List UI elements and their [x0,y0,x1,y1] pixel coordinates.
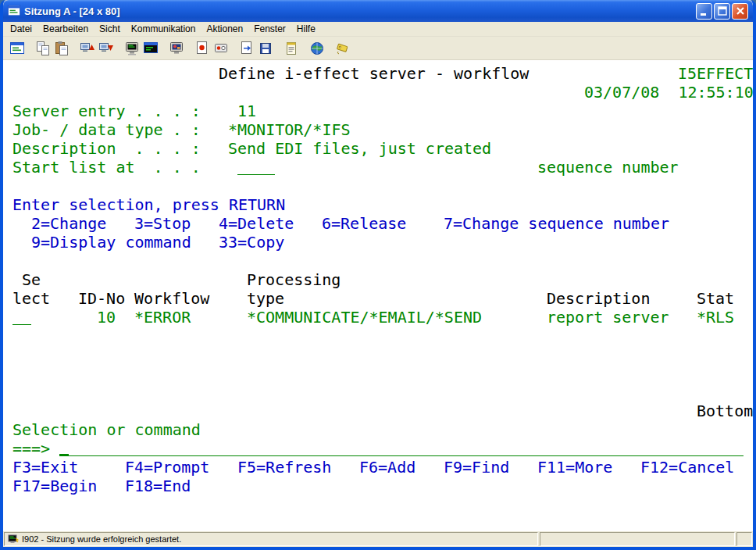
maximize-button[interactable] [714,3,730,20]
option-2-change: 2=Change [31,214,106,233]
selection-or-command-label: Selection or command [12,420,201,439]
system-name: I5EFFECT [678,64,753,83]
menubar: Datei Bearbeiten Sicht Kommunikation Akt… [3,22,753,37]
header-type: type [247,289,284,308]
globe-icon[interactable] [308,39,326,58]
header-description: Description [547,289,650,308]
titlebar[interactable]: Sitzung A - [24 x 80] [3,0,753,22]
date-time: 03/07/08 12:55:10 [584,83,753,102]
option-4-delete: 4=Delete [219,214,294,233]
upload-computer-icon[interactable] [78,39,97,58]
camera-red-icon[interactable] [212,39,230,58]
description-label: Description . . . : [12,139,201,158]
menu-aktionen[interactable]: Aktionen [201,22,248,36]
menu-sicht[interactable]: Sicht [94,22,126,36]
tag-icon[interactable] [333,39,352,58]
window-title: Sitzung A - [24 x 80] [24,5,696,17]
close-button[interactable] [732,3,748,20]
start-list-at-input[interactable] [237,158,275,175]
fkey-f17-begin[interactable]: F17=Begin [12,477,97,495]
fkey-f3-exit[interactable]: F3=Exit [12,458,78,477]
description-value: Send EDI files, just created [228,139,491,158]
menu-datei[interactable]: Datei [5,22,37,36]
green-screen-window-icon[interactable] [141,39,160,58]
fkey-f18-end[interactable]: F18=End [125,477,191,495]
terminal-window-icon[interactable] [8,39,27,58]
arrow-document-icon[interactable] [237,39,256,58]
statusbar-panel-corner [736,532,752,546]
row-description: report server [547,308,669,327]
header-id-no: ID-No [78,289,125,308]
download-computer-icon[interactable] [97,39,116,58]
row-processing-type: *COMMUNICATE/*EMAIL/*SEND [247,308,482,327]
statusbar: I902 - Sitzung wurde erfolgreich gestart… [3,531,753,547]
menu-hilfe[interactable]: Hilfe [291,22,321,36]
statusbar-panel-secondary [540,532,735,546]
menu-fenster[interactable]: Fenster [248,22,291,36]
text-cursor [59,454,69,456]
fkey-f9-find[interactable]: F9=Find [444,458,509,477]
header-se: Se [22,270,41,289]
row-select-input[interactable] [12,308,31,325]
copy-documents-icon[interactable] [34,39,52,58]
option-6-release: 6=Release [322,214,406,233]
menu-kommunikation[interactable]: Kommunikation [126,22,201,36]
menu-bearbeiten[interactable]: Bearbeiten [37,22,94,36]
job-data-type-value: *MONITOR/*IFS [228,120,351,139]
option-7-change-sequence: 7=Change sequence number [444,214,669,233]
notepad-icon[interactable] [282,39,301,58]
sequence-number-hint: sequence number [537,158,679,177]
fkey-f5-refresh[interactable]: F5=Refresh [237,458,331,477]
application-window: Sitzung A - [24 x 80] Datei Bearbeiten S… [0,0,756,550]
server-entry-label: Server entry . . . : [12,102,201,120]
header-workflow: Workflow [134,289,209,308]
green-screen-monitor-icon[interactable] [123,39,141,58]
application-icon [7,4,21,18]
option-33-copy: 33=Copy [219,233,284,252]
fkey-f4-prompt[interactable]: F4=Prompt [125,458,209,477]
screen-title: Define i-effect server - workflow [219,64,529,83]
header-lect: lect [12,289,50,308]
job-data-type-label: Job- / data type . : [12,120,201,139]
row-workflow: *ERROR [134,308,191,327]
toolbar [3,37,753,60]
fkey-f11-more[interactable]: F11=More [537,458,612,477]
disk-icon[interactable] [256,39,275,58]
row-id-no: 10 [97,308,116,327]
terminal-screen[interactable]: Define i-effect server - workflowI5EFFEC… [3,60,753,531]
option-9-display-command: 9=Display command [31,233,191,252]
start-list-at-label: Start list at . . . [12,158,201,177]
statusbar-message-panel: I902 - Sitzung wurde erfolgreich gestart… [4,532,538,546]
record-red-dot-icon[interactable] [193,39,212,58]
command-arrow: ===> [12,439,50,458]
command-input[interactable] [59,439,744,456]
session-status-icon [8,534,19,545]
server-entry-value: 11 [237,102,256,120]
bottom-indicator: Bottom [697,402,753,420]
option-3-stop: 3=Stop [134,214,191,233]
minimize-button[interactable] [696,3,712,20]
paste-document-icon[interactable] [52,39,71,58]
fkey-f6-add[interactable]: F6=Add [359,458,415,477]
row-stat: *RLS [697,308,734,327]
image-monitor-icon[interactable] [167,39,186,58]
header-processing: Processing [247,270,341,289]
fkey-f12-cancel[interactable]: F12=Cancel [640,458,734,477]
header-stat: Stat [697,289,734,308]
enter-selection-prompt: Enter selection, press RETURN [12,195,285,214]
statusbar-message: I902 - Sitzung wurde erfolgreich gestart… [22,534,181,544]
